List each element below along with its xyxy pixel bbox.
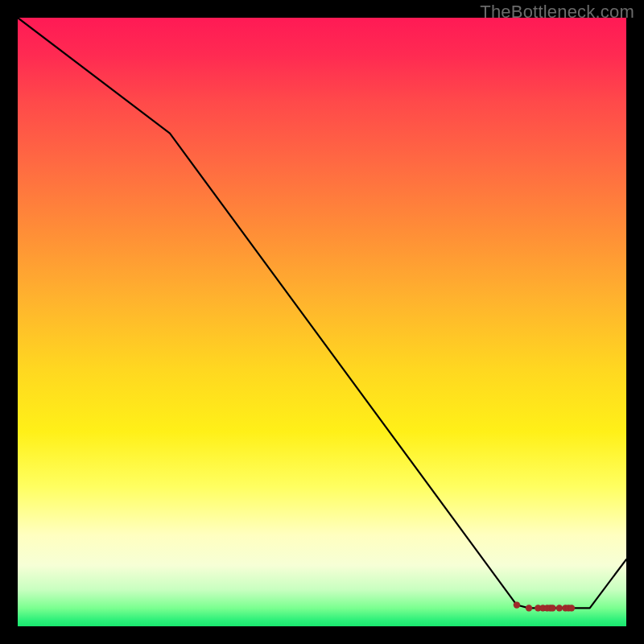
data-marker [514,601,520,608]
data-marker [568,605,575,611]
chart-overlay [18,18,626,626]
plot-area [18,18,626,626]
data-line [18,18,626,608]
data-marker [549,605,555,611]
watermark-text: TheBottleneck.com [480,2,634,23]
data-marker [526,605,532,611]
chart-container: TheBottleneck.com [0,0,644,644]
data-marker [556,605,563,611]
